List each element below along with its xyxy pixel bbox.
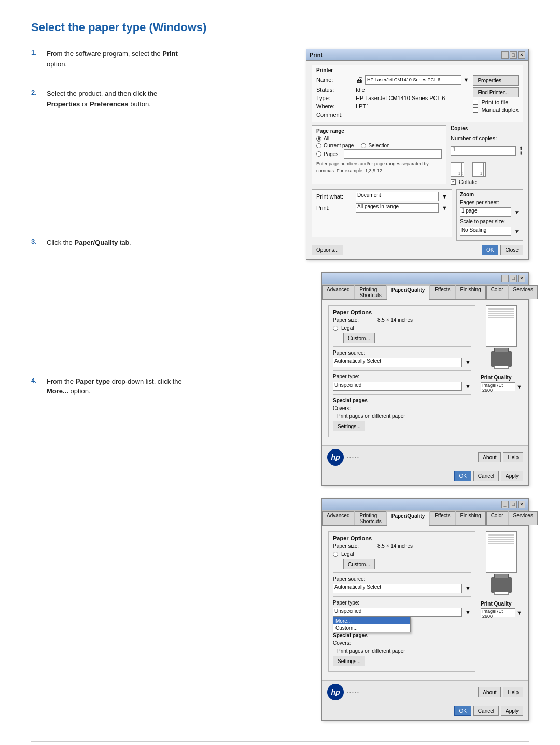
tab-paper-quality-2[interactable]: Paper/Quality — [387, 512, 429, 526]
print-select[interactable]: All pages in range — [356, 203, 439, 213]
legal-radio-2[interactable] — [333, 552, 338, 557]
collate-checkbox[interactable] — [451, 179, 456, 185]
pq-close-btn-1[interactable]: × — [518, 275, 525, 282]
tab-paper-quality-1[interactable]: Paper/Quality — [387, 286, 429, 300]
pq-ok-button-1[interactable]: OK — [454, 471, 471, 481]
tab-printing-shortcuts-1[interactable]: Printing Shortcuts — [355, 285, 386, 299]
titlebar-buttons[interactable]: _ □ × — [501, 51, 525, 59]
pq-maximize-btn-2[interactable]: □ — [510, 501, 517, 508]
paper-source-select-1[interactable]: Automatically Select — [333, 358, 462, 367]
pq-apply-button-1[interactable]: Apply — [501, 471, 523, 481]
pq-apply-button-2[interactable]: Apply — [501, 706, 523, 716]
close-btn[interactable]: × — [518, 51, 525, 59]
pq-cancel-button-2[interactable]: Cancel — [473, 706, 499, 716]
paper-type-select-1[interactable]: Unspecified — [333, 382, 462, 391]
paper-source-select-2[interactable]: Automatically Select — [333, 584, 462, 593]
print-quality-section-1: Print Quality ImageREt 2600 ▼ — [481, 375, 522, 393]
manual-duplex-checkbox[interactable] — [473, 107, 478, 113]
tab-bar-1: Advanced Printing Shortcuts Paper/Qualit… — [322, 284, 528, 300]
custom-button-2[interactable]: Custom... — [343, 559, 375, 569]
name-label: Name: — [316, 77, 353, 83]
status-value: Idle — [356, 87, 365, 93]
about-button-1[interactable]: About — [478, 452, 501, 462]
tab-services-2[interactable]: Services — [509, 511, 538, 525]
tab-advanced-2[interactable]: Advanced — [322, 511, 354, 525]
pq-minimize-btn-2[interactable]: _ — [501, 501, 509, 508]
ok-button[interactable]: OK — [482, 245, 498, 255]
all-radio[interactable] — [316, 136, 321, 142]
page-range-title: Page range — [316, 128, 442, 134]
dropdown-custom-item[interactable]: Custom... — [333, 624, 410, 632]
tab-finishing-1[interactable]: Finishing — [456, 285, 486, 299]
step-4-text: From the Paper type drop-down list, clic… — [47, 376, 192, 397]
tab-effects-1[interactable]: Effects — [430, 285, 455, 299]
pq-ok-button-2[interactable]: OK — [454, 706, 471, 716]
dropdown-more-item[interactable]: More... — [333, 617, 410, 624]
printer-preview-icon-1 — [491, 351, 512, 367]
pq-maximize-btn-1[interactable]: □ — [510, 275, 517, 282]
selection-label: Selection — [368, 143, 389, 148]
pq-titlebar-buttons-2[interactable]: _ □ × — [501, 501, 525, 508]
print-to-file-checkbox[interactable] — [473, 100, 478, 105]
print-quality-label-1: Print Quality — [481, 375, 522, 381]
help-button-2[interactable]: Help — [503, 687, 523, 697]
page-range-section: Page range All Current page Selection — [312, 125, 446, 184]
current-page-radio[interactable] — [316, 143, 321, 148]
num-copies-input[interactable]: 1 — [451, 146, 516, 156]
print-quality-select-2[interactable]: ImageREt 2600 — [481, 608, 515, 617]
step-3-text: Click the Paper/Quality tab. — [47, 237, 131, 248]
help-button-1[interactable]: Help — [503, 452, 523, 462]
pq-titlebar-buttons-1[interactable]: _ □ × — [501, 275, 525, 282]
print-quality-select-1[interactable]: ImageREt 2600 — [481, 382, 515, 391]
tab-services-1[interactable]: Services — [509, 285, 538, 299]
close-button[interactable]: Close — [500, 245, 523, 255]
dropdown-arrow-icon: ▼ — [464, 77, 469, 83]
settings-button-1[interactable]: Settings... — [333, 421, 365, 431]
pages-input[interactable] — [344, 149, 442, 159]
print-what-select[interactable]: Document — [356, 192, 439, 201]
pages-hint: Enter page numbers and/or page ranges se… — [316, 161, 442, 174]
pages-per-sheet-select[interactable]: 1 page — [460, 207, 511, 217]
spinner-icon[interactable]: ⬆⬇ — [519, 146, 523, 156]
paper-type-dropdown-2[interactable]: More... Custom... — [333, 617, 411, 632]
printer-name-input[interactable]: HP LaserJet CM1410 Series PCL 6 — [365, 75, 461, 85]
pages-radio[interactable] — [316, 151, 321, 157]
tab-advanced-1[interactable]: Advanced — [322, 285, 354, 299]
print-what-label: Print what: — [316, 193, 353, 200]
print-dialog-titlebar: Print _ □ × — [306, 49, 528, 61]
zoom-section: Zoom Pages per sheet: 1 page ▼ Scale to … — [456, 189, 523, 241]
tab-color-2[interactable]: Color — [486, 511, 508, 525]
hp-logo-2: hp — [327, 684, 344, 700]
printer-section-title: Printer — [316, 67, 519, 73]
find-printer-button[interactable]: Find Printer... — [473, 87, 519, 97]
zoom-title: Zoom — [460, 192, 520, 198]
tab-color-1[interactable]: Color — [486, 285, 508, 299]
tab-effects-2[interactable]: Effects — [430, 511, 455, 525]
properties-button[interactable]: Properties — [473, 75, 519, 86]
custom-button-1[interactable]: Custom... — [343, 333, 375, 343]
hp-dots-2: • • • • • — [347, 690, 359, 695]
copies-title: Copies — [451, 125, 523, 131]
minimize-btn[interactable]: _ — [501, 51, 509, 59]
tab-finishing-2[interactable]: Finishing — [456, 511, 486, 525]
print-dialog: Print _ □ × Printer Name: — [306, 49, 529, 260]
settings-button-2[interactable]: Settings... — [333, 656, 365, 666]
paper-type-select-2[interactable]: Unspecified — [333, 608, 462, 617]
maximize-btn[interactable]: □ — [510, 51, 517, 59]
num-copies-label: Number of copies: — [451, 135, 497, 142]
options-button[interactable]: Options... — [312, 245, 343, 255]
pq-cancel-button-1[interactable]: Cancel — [473, 471, 499, 481]
pq-close-btn-2[interactable]: × — [518, 501, 525, 508]
scale-select[interactable]: No Scaling — [460, 227, 511, 236]
pq-dialog-2-footer: hp • • • • • About Help — [322, 680, 528, 704]
print-dialog-footer: Options... OK Close — [312, 245, 523, 255]
pq-minimize-btn-1[interactable]: _ — [501, 275, 509, 282]
paper-source-label-1: Paper source: — [333, 350, 374, 356]
selection-radio[interactable] — [361, 143, 366, 148]
pq-dialog-2-ok-row: OK Cancel Apply — [322, 704, 528, 720]
legal-radio-1[interactable] — [333, 326, 338, 331]
step-4-block: 4. From the Paper type drop-down list, c… — [31, 376, 192, 404]
tab-printing-shortcuts-2[interactable]: Printing Shortcuts — [355, 511, 386, 525]
pq-dialog-1-ok-row: OK Cancel Apply — [322, 469, 528, 485]
about-button-2[interactable]: About — [478, 687, 501, 697]
